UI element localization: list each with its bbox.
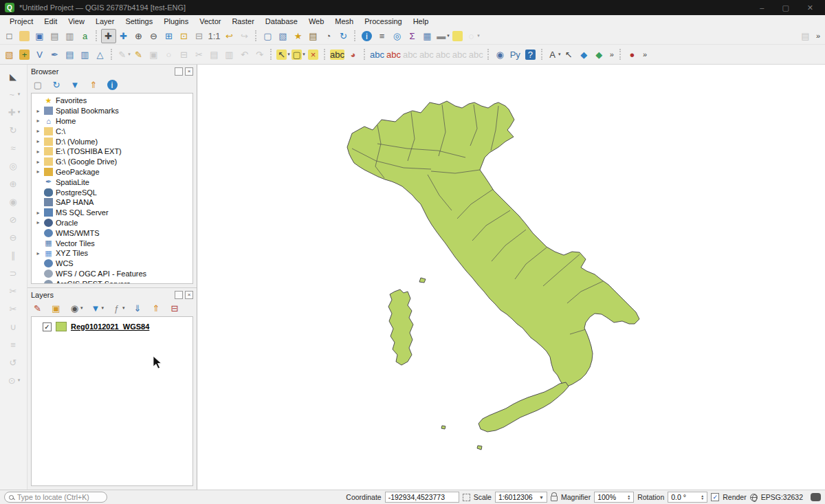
render-checkbox[interactable]: ✓	[711, 493, 719, 501]
add-part-button[interactable]: ⊕	[6, 176, 21, 191]
close-button[interactable]: ✕	[807, 3, 813, 12]
toolbar-overflow-chevron[interactable]: »	[813, 32, 823, 40]
filter-legend-button[interactable]: ▼ ▾	[90, 302, 105, 314]
zoom-next-button[interactable]: ↪	[237, 29, 252, 43]
browser-add-selected-layers-button[interactable]: ▢	[32, 78, 44, 91]
label-toolbar-button[interactable]: A ▾	[547, 47, 562, 62]
browser-tree-item[interactable]: ▸ C:\	[32, 126, 192, 136]
browser-tree-item[interactable]: ▸ MS SQL Server	[32, 208, 192, 218]
layers-float-button[interactable]	[175, 291, 183, 299]
layers-close-button[interactable]: ×	[185, 291, 193, 299]
zoom-to-layer-button[interactable]: ⊟	[192, 29, 207, 43]
expand-arrow-icon[interactable]: ▸	[35, 168, 41, 175]
browser-collapse-all-button[interactable]: ⇑	[87, 78, 100, 91]
browser-float-button[interactable]	[175, 67, 183, 76]
layer-row[interactable]: ✓ Reg01012021_WGS84	[32, 319, 192, 331]
coordinate-input[interactable]: -192934,4523773	[385, 492, 459, 503]
new-spatial-bookmark-button[interactable]: ★	[291, 29, 306, 43]
delete-selected-button[interactable]: ⊟	[177, 47, 192, 62]
menu-item[interactable]: Plugins	[158, 16, 194, 27]
rotation-spinbox[interactable]: 0.0 ° ▲▼	[668, 492, 707, 503]
label-rules-button[interactable]: abc	[386, 47, 402, 62]
split-features-button[interactable]: ✂	[6, 283, 21, 298]
menu-item[interactable]: Database	[260, 16, 303, 27]
help-contents-button[interactable]: ?	[523, 47, 538, 62]
browser-tree-item[interactable]: ▸ ⌂ Home	[32, 116, 192, 127]
statistical-summary-button[interactable]: ≡	[375, 29, 390, 43]
open-data-source-manager-button[interactable]: ▧	[2, 47, 17, 62]
zoom-in-button[interactable]: ⊕	[131, 29, 146, 43]
browser-tree-item[interactable]: ★ Favorites	[32, 96, 192, 106]
new-shapefile-layer-button[interactable]: V	[32, 47, 47, 62]
change-label-button[interactable]: abc	[468, 47, 485, 62]
menu-item[interactable]: Settings	[120, 16, 158, 27]
temporal-controller-button[interactable]: ◔	[321, 29, 336, 43]
metasearch-button[interactable]: ◉	[493, 47, 508, 62]
rotate-point-symbols-button[interactable]: ↺	[6, 355, 21, 370]
browser-tree-item[interactable]: SAP HANA	[32, 197, 192, 208]
deselect-all-button[interactable]: ×	[306, 47, 321, 62]
messages-icon[interactable]	[811, 493, 821, 501]
menu-item[interactable]: Project	[4, 16, 38, 27]
search-tool-button[interactable]: ◌ ▾	[465, 29, 481, 43]
locator-search-input[interactable]: Type to locate (Ctrl+K)	[4, 492, 107, 503]
maximize-button[interactable]: ▢	[782, 3, 789, 12]
crs-globe-icon[interactable]	[750, 494, 758, 501]
cut-features-button[interactable]: ✂	[192, 47, 207, 62]
browser-tree-item[interactable]: WMS/WMTS	[32, 228, 192, 238]
menu-item[interactable]: Help	[408, 16, 434, 27]
menu-item[interactable]: Processing	[359, 16, 407, 27]
extent-toggle-icon[interactable]	[463, 494, 470, 501]
offset-point-symbol-button[interactable]: ⊙ ▾	[6, 373, 21, 388]
rotate-label-button[interactable]: abc	[452, 47, 468, 62]
reshape-features-button[interactable]: ⊃	[6, 265, 21, 281]
save-project-button[interactable]: ▣	[32, 29, 47, 43]
menu-item[interactable]: Web	[303, 16, 329, 27]
zoom-last-button[interactable]: ↩	[222, 29, 237, 43]
manage-map-themes-button[interactable]: ◉ ▾	[69, 302, 84, 314]
select-features-button[interactable]: ↖ ▾	[276, 47, 291, 62]
menu-item[interactable]: Raster	[226, 16, 259, 27]
map-tips-button[interactable]	[450, 29, 465, 43]
browser-close-button[interactable]: ×	[185, 67, 193, 76]
measure-line-button[interactable]: ▬ ▾	[435, 29, 450, 43]
plugin-red-button[interactable]: ●	[625, 47, 640, 62]
browser-tree-item[interactable]: ▦ Vector Tiles	[32, 238, 192, 248]
undo-button[interactable]: ↶	[237, 47, 252, 62]
crs-status-button[interactable]: EPSG:32632	[761, 493, 803, 501]
filter-by-expression-button[interactable]: ƒ ▾	[111, 302, 126, 314]
zoom-native-resolution-button[interactable]: 1:1	[207, 29, 222, 43]
browser-tree-item[interactable]: ▸ G:\ (Google Drive)	[32, 157, 192, 167]
new-spatialite-layer-button[interactable]: ✒	[47, 47, 63, 62]
expand-arrow-icon[interactable]: ▸	[35, 159, 41, 165]
expand-arrow-icon[interactable]: ▸	[35, 219, 41, 226]
label-options-button[interactable]: abc	[369, 47, 386, 62]
browser-tree-item[interactable]: ▸ GeoPackage	[32, 167, 192, 177]
zoom-out-button[interactable]: ⊖	[146, 29, 162, 43]
menu-item[interactable]: Vector	[194, 16, 226, 27]
copy-features-button[interactable]: ▤	[207, 47, 222, 62]
lock-scale-icon[interactable]	[551, 496, 558, 501]
show-hide-labels-button[interactable]: abc	[419, 47, 435, 62]
new-geopackage-layer-button[interactable]: +	[17, 47, 32, 62]
layer-name[interactable]: Reg01012021_WGS84	[71, 322, 149, 331]
merge-attributes-button[interactable]: ≡	[6, 337, 21, 352]
layer-visibility-checkbox[interactable]: ✓	[43, 322, 52, 331]
move-label-button[interactable]: abc	[435, 47, 452, 62]
new-map-view-button[interactable]: ▢	[261, 29, 276, 43]
cad-construction-button[interactable]: ◣	[6, 69, 21, 84]
browser-refresh-button[interactable]: ↻	[50, 78, 63, 91]
advanced-digitizing-button[interactable]: ~ ▾	[6, 87, 21, 102]
layer-diagram-button[interactable]: ◕	[346, 47, 361, 62]
pan-to-selection-button[interactable]: ✚	[116, 29, 131, 43]
toolbar-overflow-chevron[interactable]: »	[640, 50, 650, 58]
move-feature-button[interactable]: ✚ ▾	[6, 105, 21, 120]
delete-part-button[interactable]: ⊖	[6, 230, 21, 245]
new-project-button[interactable]: □	[2, 29, 17, 43]
spin-arrows-icon[interactable]: ▲▼	[627, 494, 630, 500]
map-canvas[interactable]	[197, 65, 825, 490]
toggle-editing-button[interactable]: ✎	[131, 47, 146, 62]
new-temporary-scratch-layer-button[interactable]: ▤	[63, 47, 78, 62]
show-layout-manager-button[interactable]: ▥	[63, 29, 78, 43]
vertex-tool-add-button[interactable]: ◆	[577, 47, 592, 62]
